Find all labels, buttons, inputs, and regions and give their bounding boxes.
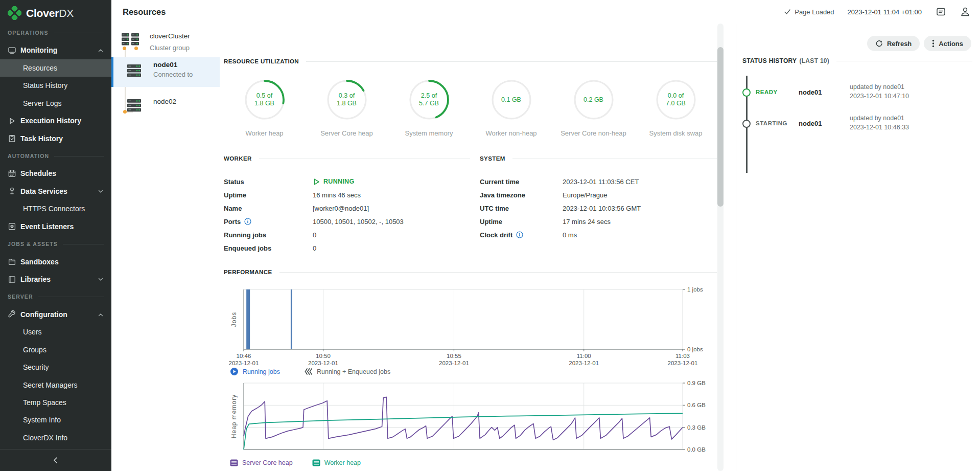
- gauge-value-line: 0.1 GB: [501, 96, 521, 104]
- detail-value: 0 ms: [563, 231, 577, 239]
- worker-header: WORKER: [224, 155, 470, 162]
- legend-item-worker-heap[interactable]: Worker heap: [312, 459, 361, 466]
- sidebar-child-label: Status History: [23, 81, 67, 89]
- gauge-server-core-heap: 0.3 of1.8 GBServer Core heap: [306, 78, 388, 137]
- node-row-clovercluster[interactable]: cloverClusterCluster group: [111, 30, 220, 56]
- status-meta: updated by node012023-12-01 10:46:33: [850, 114, 909, 132]
- info-icon[interactable]: [516, 231, 523, 238]
- detail-value: 2023-12-01 10:03:56 GMT: [563, 205, 641, 212]
- cluster-node-panel: cloverClusterCluster groupnode01Connecte…: [111, 24, 220, 471]
- node-row-node01[interactable]: node01Connected to: [111, 57, 222, 87]
- sidebar-item-sandboxes[interactable]: Sandboxes: [0, 253, 111, 271]
- sidebar-item-system-info[interactable]: System Info: [0, 411, 111, 429]
- gauge-ring: 0.0 of7.0 GB: [655, 78, 697, 121]
- system-details: Current time2023-12-01 11:03:56 CETJava …: [480, 175, 641, 241]
- feedback-message-icon[interactable]: [935, 6, 946, 17]
- gauge-value-line: 0.2 GB: [584, 96, 603, 104]
- sidebar-item-label: Libraries: [20, 275, 51, 283]
- gauge-label: Server Core heap: [320, 129, 373, 137]
- detail-value: 2023-12-01 11:03:56 CET: [563, 178, 639, 186]
- worker-details: StatusRUNNINGUptime16 mins 46 secsName[w…: [224, 175, 404, 255]
- gauge-value-line: 0.3 of: [339, 92, 355, 100]
- sidebar-item-https-connectors[interactable]: HTTPS Connectors: [0, 200, 111, 217]
- gauge-ring: 0.5 of1.8 GB: [243, 78, 286, 121]
- main-content: RESOURCE UTILIZATION 0.5 of1.8 GBWorker …: [220, 24, 736, 471]
- refresh-button[interactable]: Refresh: [867, 36, 920, 51]
- sidebar: CloverDX OPERATIONSMonitoringResourcesSt…: [0, 0, 111, 471]
- heap-memory-chart: 0.9 GB0.6 GB0.3 GB0.0 GBHeap memory: [220, 379, 726, 453]
- svg-text:Heap memory: Heap memory: [230, 394, 238, 438]
- app-logo[interactable]: CloverDX: [8, 6, 74, 20]
- sidebar-item-event-listeners[interactable]: Event Listeners: [0, 218, 111, 235]
- sidebar-item-execution-history[interactable]: Execution History: [0, 112, 111, 129]
- sidebar-item-status-history[interactable]: Status History: [0, 77, 111, 94]
- node-row-node02[interactable]: node02: [111, 91, 220, 121]
- gauge-worker-non-heap: 0.1 GBWorker non-heap: [470, 78, 552, 137]
- jobs-chart-legend: Running jobsRunning + Enqueued jobs: [230, 367, 390, 376]
- detail-label-text: Enqueued jobs: [224, 244, 271, 252]
- detail-row-running-jobs: Running jobs0: [224, 228, 404, 241]
- detail-label-text: Uptime: [224, 191, 246, 199]
- gauge-label: Server Core non-heap: [561, 129, 626, 137]
- check-icon: [784, 8, 791, 15]
- legend-item-server-core-heap[interactable]: Server Core heap: [230, 459, 293, 466]
- status-meta: updated by node012023-12-01 10:47:10: [850, 82, 909, 101]
- main-scrollbar-thumb[interactable]: [717, 47, 724, 207]
- section-label-text: AUTOMATION: [8, 153, 49, 159]
- sidebar-item-secret-managers[interactable]: Secret Managers: [0, 376, 111, 394]
- page-loaded-status: Page Loaded: [784, 8, 834, 16]
- section-label-text: JOBS & ASSETS: [8, 241, 58, 247]
- sidebar-item-libraries[interactable]: Libraries: [0, 271, 111, 288]
- detail-value: 0: [313, 231, 316, 239]
- sidebar-item-configuration[interactable]: Configuration: [0, 306, 111, 323]
- cluster-group-icon: [122, 33, 139, 46]
- sidebar-item-data-services[interactable]: Data Services: [0, 183, 111, 200]
- status-dot-starting: [742, 120, 751, 128]
- sidebar-section-label: OPERATIONS: [0, 24, 111, 41]
- sidebar-child-label: Temp Spaces: [23, 398, 66, 407]
- node-subtitle: Cluster group: [150, 44, 190, 52]
- detail-label: Name: [224, 205, 313, 212]
- svg-text:0.6 GB: 0.6 GB: [687, 402, 706, 408]
- gauge-worker-heap: 0.5 of1.8 GBWorker heap: [223, 78, 306, 137]
- cloverdx-app: CloverDX OPERATIONSMonitoringResourcesSt…: [0, 0, 980, 471]
- sidebar-item-security[interactable]: Security: [0, 358, 111, 376]
- sidebar-item-schedules[interactable]: Schedules: [0, 165, 111, 182]
- sidebar-item-temp-spaces[interactable]: Temp Spaces: [0, 394, 111, 411]
- sidebar-item-label: Monitoring: [20, 46, 57, 54]
- actions-button[interactable]: Actions: [924, 36, 971, 51]
- sidebar-item-groups[interactable]: Groups: [0, 341, 111, 358]
- sidebar-item-task-history[interactable]: Task History: [0, 130, 111, 147]
- legend-label: Worker heap: [324, 459, 361, 466]
- gauge-ring: 0.3 of1.8 GB: [325, 78, 368, 121]
- sandbox-icon: [8, 257, 16, 266]
- info-icon[interactable]: [244, 218, 251, 225]
- sidebar-collapse-button[interactable]: [0, 450, 111, 471]
- gauge-system-disk-swap: 0.0 of7.0 GBSystem disk swap: [635, 78, 717, 137]
- section-divider-line: [63, 244, 104, 244]
- sidebar-item-users[interactable]: Users: [0, 323, 111, 341]
- sidebar-item-resources[interactable]: Resources: [0, 59, 111, 77]
- legend-item-running-enqueued-jobs[interactable]: Running + Enqueued jobs: [304, 368, 390, 375]
- detail-label-text: UTC time: [480, 205, 509, 212]
- user-account-icon[interactable]: [960, 6, 971, 17]
- legend-label: Running + Enqueued jobs: [317, 368, 390, 375]
- detail-value: 17 mins 24 secs: [563, 218, 611, 226]
- sidebar-item-label: Configuration: [20, 310, 67, 319]
- clipboard-icon: [8, 134, 16, 143]
- calendar-icon: [8, 169, 16, 178]
- sidebar-item-monitoring[interactable]: Monitoring: [0, 41, 111, 59]
- legend-item-running-jobs[interactable]: Running jobs: [230, 367, 280, 376]
- sidebar-item-server-logs[interactable]: Server Logs: [0, 95, 111, 112]
- svg-text:2023-12-01: 2023-12-01: [308, 360, 338, 366]
- page-title: Resources: [123, 7, 166, 17]
- detail-label-text: Current time: [480, 178, 519, 186]
- performance-header: PERFORMANCE: [224, 269, 717, 275]
- sidebar-item-cloverdx-info[interactable]: CloverDX Info: [0, 429, 111, 446]
- detail-label-text: Status: [224, 178, 244, 186]
- section-label-text: SERVER: [8, 294, 33, 300]
- status-node-name: node01: [799, 120, 822, 127]
- detail-value: [worker0@node01]: [313, 205, 369, 212]
- detail-label: Uptime: [224, 191, 313, 199]
- detail-row-uptime: Uptime17 mins 24 secs: [480, 215, 641, 228]
